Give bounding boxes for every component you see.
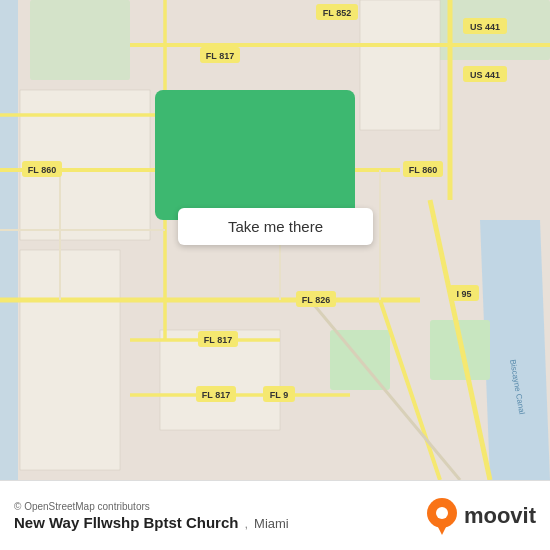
map-container: FL 852 US 441 FL 817 US 441 FL 860 FL 86…	[0, 0, 550, 480]
svg-rect-10	[360, 0, 440, 130]
svg-text:FL 860: FL 860	[409, 165, 437, 175]
moovit-wordmark: moovit	[464, 503, 536, 529]
svg-point-52	[436, 507, 448, 519]
svg-marker-2	[480, 220, 550, 480]
svg-text:FL 826: FL 826	[302, 295, 330, 305]
map-attribution: © OpenStreetMap contributors	[14, 501, 289, 512]
map-overlay-card	[155, 90, 355, 220]
svg-text:FL 817: FL 817	[206, 51, 234, 61]
svg-text:US 441: US 441	[470, 70, 500, 80]
svg-rect-5	[30, 0, 130, 80]
moovit-icon	[426, 497, 458, 535]
svg-text:FL 9: FL 9	[270, 390, 288, 400]
place-city: Miami	[254, 516, 289, 531]
place-info: © OpenStreetMap contributors New Way Fll…	[14, 501, 289, 531]
svg-text:I 95: I 95	[456, 289, 471, 299]
svg-text:FL 817: FL 817	[202, 390, 230, 400]
moovit-logo: moovit	[426, 497, 536, 535]
svg-text:FL 860: FL 860	[28, 165, 56, 175]
bottom-bar: © OpenStreetMap contributors New Way Fll…	[0, 480, 550, 550]
place-name: New Way Fllwshp Bptst Church	[14, 514, 238, 531]
take-me-there-button[interactable]: Take me there	[178, 208, 373, 245]
svg-marker-53	[436, 523, 448, 535]
svg-rect-9	[20, 250, 120, 470]
svg-text:US 441: US 441	[470, 22, 500, 32]
svg-text:FL 852: FL 852	[323, 8, 351, 18]
svg-rect-1	[0, 0, 18, 480]
svg-text:FL 817: FL 817	[204, 335, 232, 345]
